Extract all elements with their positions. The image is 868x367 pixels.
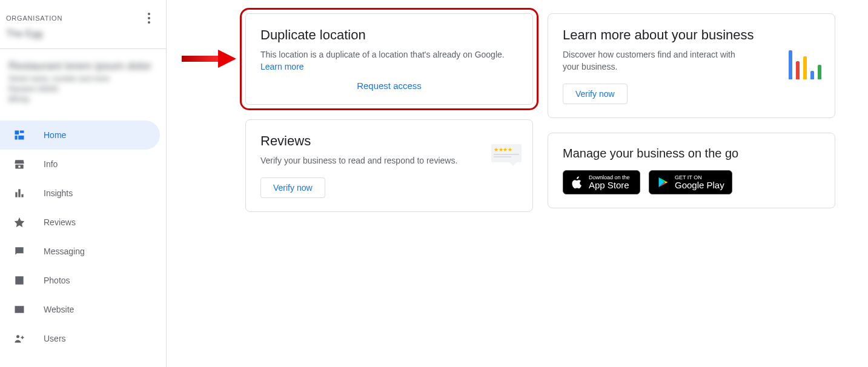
location-title: Restaurant lorem ipsum dolor xyxy=(8,59,157,74)
main-content: Duplicate location This location is a du… xyxy=(167,0,868,367)
reviews-card: Reviews Verify your business to read and… xyxy=(245,119,533,213)
verify-now-button[interactable]: Verify now xyxy=(260,177,325,198)
card-title: Learn more about your business xyxy=(563,27,820,43)
google-play-button[interactable]: GET IT ON Google Play xyxy=(649,170,732,194)
sidebar-item-home[interactable]: Home xyxy=(0,121,160,150)
manage-card: Manage your business on the go Download … xyxy=(548,133,835,208)
svg-point-7 xyxy=(16,335,19,338)
learn-more-link[interactable]: Learn more xyxy=(260,62,304,71)
store-big-text: Google Play xyxy=(675,180,724,190)
duplicate-location-card: Duplicate location This location is a du… xyxy=(245,13,533,105)
dashboard-icon xyxy=(12,128,27,142)
learn-more-card: Learn more about your business Discover … xyxy=(548,13,835,118)
sidebar-item-photos[interactable]: Photos xyxy=(0,266,160,295)
bar-chart-icon xyxy=(12,186,27,200)
card-description: Verify your business to read and respond… xyxy=(260,155,518,167)
sidebar-item-info[interactable]: Info xyxy=(0,150,160,179)
sidebar-item-insights[interactable]: Insights xyxy=(0,179,160,208)
card-title: Reviews xyxy=(260,133,518,149)
card-description: Discover how customers find and interact… xyxy=(563,49,750,73)
sidebar-item-reviews[interactable]: Reviews xyxy=(0,208,160,237)
star-icon xyxy=(12,215,27,230)
sidebar-item-messaging[interactable]: Messaging xyxy=(0,237,160,266)
svg-rect-8 xyxy=(182,56,219,62)
svg-rect-2 xyxy=(15,135,18,139)
location-block[interactable]: Restaurant lorem ipsum dolor Street name… xyxy=(0,49,166,117)
card-title: Manage your business on the go xyxy=(563,147,820,160)
sidebar-item-label: Reviews xyxy=(44,217,76,227)
message-icon xyxy=(12,244,27,259)
users-icon xyxy=(12,331,27,346)
sidebar-item-website[interactable]: Website xyxy=(0,295,160,324)
svg-rect-1 xyxy=(20,130,24,133)
sidebar-item-label: Website xyxy=(44,305,74,314)
sidebar-item-users[interactable]: Users xyxy=(0,324,160,353)
nav: Home Info Insights Reviews xyxy=(0,117,166,353)
location-line: Random 00000 xyxy=(8,84,157,94)
location-line: Street name, number and more xyxy=(8,74,157,84)
apple-icon xyxy=(571,176,584,189)
request-access-link[interactable]: Request access xyxy=(260,81,518,91)
card-description: This location is a duplicate of a locati… xyxy=(260,49,518,61)
photo-icon xyxy=(12,273,27,288)
bar-chart-icon xyxy=(789,49,821,79)
sidebar-item-label: Info xyxy=(44,159,58,169)
app-store-button[interactable]: Download on the App Store xyxy=(563,170,640,194)
svg-rect-3 xyxy=(18,135,24,139)
sidebar-item-label: Users xyxy=(44,334,66,343)
svg-rect-0 xyxy=(15,130,19,134)
organisation-label: ORGANISATION xyxy=(6,15,62,22)
sidebar: ORGANISATION The Egg Restaurant lorem ip… xyxy=(0,0,167,367)
location-line: BRcity xyxy=(8,94,157,105)
reviews-graphic-icon: ★★★★ xyxy=(491,144,522,170)
sidebar-item-label: Insights xyxy=(44,188,73,198)
svg-rect-6 xyxy=(21,194,23,197)
sidebar-item-label: Photos xyxy=(44,276,70,285)
svg-rect-5 xyxy=(18,189,20,197)
more-options-button[interactable] xyxy=(142,11,156,25)
annotation-arrow-icon xyxy=(182,48,236,69)
card-title: Duplicate location xyxy=(260,27,518,43)
organisation-name[interactable]: The Egg xyxy=(6,28,160,40)
website-icon xyxy=(12,302,27,317)
sidebar-item-label: Messaging xyxy=(44,246,85,256)
verify-now-button[interactable]: Verify now xyxy=(563,84,628,104)
sidebar-item-label: Home xyxy=(44,130,66,140)
svg-rect-4 xyxy=(15,192,17,197)
storefront-icon xyxy=(12,157,27,171)
store-big-text: App Store xyxy=(589,180,630,190)
svg-marker-9 xyxy=(218,50,236,68)
google-play-icon xyxy=(657,176,670,189)
